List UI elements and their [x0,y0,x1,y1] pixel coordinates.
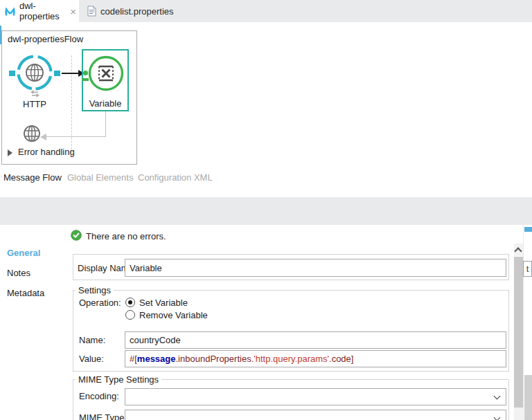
operation-label: Operation: [79,298,121,308]
name-input[interactable]: countryCode [125,331,506,349]
chevron-up-icon [514,247,522,255]
expander-icon[interactable] [8,149,12,156]
set-variable-radio[interactable] [125,298,135,307]
http-node-label: HTTP [12,99,57,109]
http-input-port [9,71,15,76]
flow-divider-line [71,55,72,156]
mime-type-label: MIME Type: [79,412,127,420]
properties-view: General Notes Metadata There are no erro… [0,225,532,420]
remove-variable-radio[interactable] [125,310,135,320]
mel-keyword: message [137,354,176,364]
error-connector-horizontal [46,136,106,137]
value-label: Value: [79,354,104,364]
tab-configuration-xml[interactable]: Configuration XML [138,172,213,183]
value-input[interactable]: #[message.inboundProperties.'http.query.… [125,350,506,367]
clipped-text: t [526,264,529,274]
variable-input-dash [82,78,89,81]
flow-connector [62,73,80,74]
scrollbar-thumb[interactable] [514,257,523,408]
sync-arrows-icon [29,90,40,98]
settings-legend: Settings [76,285,114,295]
mime-type-select[interactable] [125,410,506,420]
clipped-right-panel-field: t [523,261,532,277]
radio-dot [128,300,132,304]
flow-title: dwl-propertiesFlow [8,34,83,44]
http-node[interactable] [16,54,53,91]
tab-label: dwl-properties [19,1,64,21]
mel-suffix: .code] [329,354,353,364]
mel-chain: .inboundProperties. [176,354,254,364]
scrollbar-track[interactable] [514,408,523,420]
studio-window: dwl-properties × codelist.properties dwl… [0,0,532,420]
name-label: Name: [79,335,105,345]
variable-node-label: Variable [82,98,129,109]
file-icon [87,6,96,17]
scrollbar-up-button[interactable] [514,244,523,256]
error-handling-label: Error handling [18,147,75,157]
panel-divider [523,225,524,420]
right-panel-scrollbar [524,375,532,420]
http-output-port [54,71,60,76]
encoding-label: Encoding: [79,391,119,401]
error-globe-icon [23,125,41,143]
chevron-down-icon [494,414,501,420]
view-tab-strip: Variable × Problems [0,197,532,225]
editor-tab-strip: dwl-properties × codelist.properties [0,0,532,22]
tab-dwl-properties[interactable]: dwl-properties × [0,0,79,22]
check-icon [71,230,82,241]
variable-node[interactable] [87,55,125,92]
error-connector-vertical [105,111,106,137]
adjacent-tab-accent [524,227,532,232]
display-name-value: Variable [130,263,162,273]
error-connector-arrow [40,134,46,140]
encoding-select[interactable] [125,388,506,405]
mel-string: 'http.query.params' [254,354,329,364]
flow-container[interactable]: dwl-propertiesFlow [1,30,137,165]
sidebar-item-metadata[interactable]: Metadata [7,288,44,298]
tab-label: codelist.properties [100,6,174,17]
display-name-input[interactable]: Variable [125,259,506,277]
close-icon[interactable]: × [70,6,76,17]
sidebar-item-notes[interactable]: Notes [7,268,30,278]
tab-codelist-properties[interactable]: codelist.properties [79,0,174,22]
status-message: There are no errors. [86,231,166,241]
set-variable-label[interactable]: Set Variable [139,298,188,308]
tab-message-flow[interactable]: Message Flow [3,172,62,183]
mel-prefix: #[ [130,354,137,364]
sidebar-item-general[interactable]: General [7,248,40,258]
name-value: countryCode [130,335,181,345]
chevron-down-icon [494,393,501,400]
mime-settings-legend: MIME Type Settings [76,374,161,385]
remove-variable-label[interactable]: Remove Variable [139,310,208,320]
tab-global-elements[interactable]: Global Elements [67,172,133,183]
editor-mode-tabbar: Message Flow Global Elements Configurati… [0,170,532,188]
flow-editor-canvas: dwl-propertiesFlow [0,22,532,170]
variable-input-dot [83,71,88,75]
mule-icon [4,6,16,17]
